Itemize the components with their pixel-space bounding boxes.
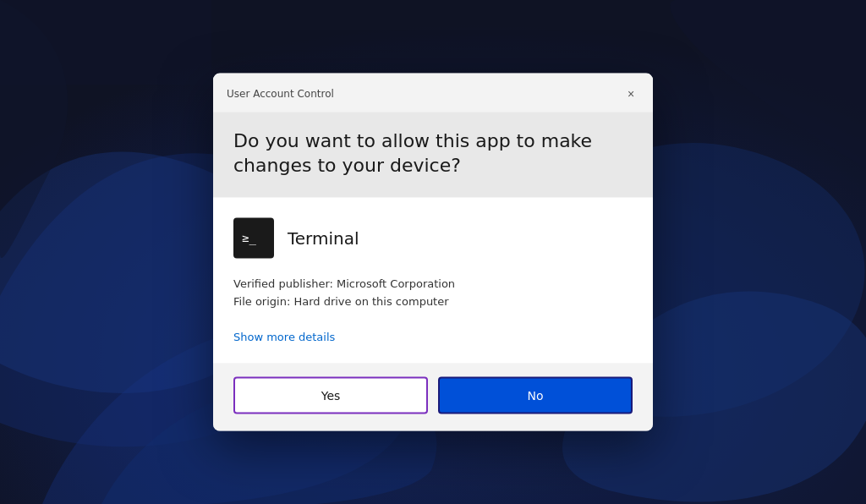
svg-text:≥_: ≥_ [242,231,256,245]
dialog-title: User Account Control [227,88,334,100]
dialog-body: ≥_ Terminal Verified publisher: Microsof… [213,198,653,364]
yes-button[interactable]: Yes [233,376,428,414]
publisher-line1: Verified publisher: Microsoft Corporatio… [233,276,633,293]
app-icon: ≥_ [233,218,274,259]
show-more-details-link[interactable]: Show more details [233,330,335,342]
dialog-titlebar: User Account Control × [213,74,653,112]
app-name-label: Terminal [288,228,359,249]
publisher-info: Verified publisher: Microsoft Corporatio… [233,276,633,311]
dialog-footer: Yes No [213,363,653,430]
uac-dialog: User Account Control × Do you want to al… [213,74,653,431]
app-info-row: ≥_ Terminal [233,218,633,259]
terminal-svg-icon: ≥_ [237,222,271,255]
close-button[interactable]: × [619,82,643,106]
dialog-question: Do you want to allow this app to make ch… [233,129,633,178]
file-origin-line: File origin: Hard drive on this computer [233,293,633,311]
dialog-header: Do you want to allow this app to make ch… [213,112,653,198]
no-button[interactable]: No [438,376,633,414]
